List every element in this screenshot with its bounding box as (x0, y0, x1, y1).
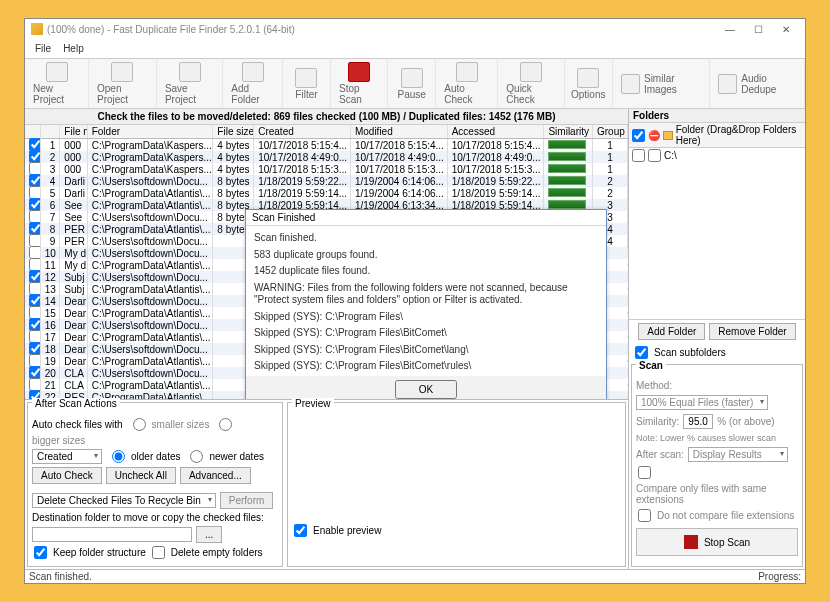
add-folder-side-button[interactable]: Add Folder (638, 323, 705, 340)
browse-button[interactable]: ... (196, 526, 222, 543)
status-left: Scan finished. (29, 571, 92, 582)
table-row[interactable]: 2000C:\ProgramData\Kaspers...4 bytes10/1… (25, 151, 628, 163)
compare-ext-checkbox[interactable] (638, 466, 651, 479)
preview-legend: Preview (292, 398, 334, 409)
remove-folder-button[interactable]: Remove Folder (709, 323, 795, 340)
similar-images-icon (621, 74, 640, 94)
app-window: (100% done) - Fast Duplicate File Finder… (24, 18, 806, 584)
stop-icon (348, 62, 370, 82)
scan-legend: Scan (636, 360, 666, 371)
advanced-button[interactable]: Advanced... (180, 467, 251, 484)
save-project-button[interactable]: Save Project (157, 59, 223, 108)
options-button[interactable]: Options (565, 59, 613, 108)
titlebar: (100% done) - Fast Duplicate File Finder… (25, 19, 805, 39)
delete-action-combo[interactable]: Delete Checked Files To Recycle Bin (32, 493, 216, 508)
table-row[interactable]: 3000C:\ProgramData\Kaspers...4 bytes10/1… (25, 163, 628, 175)
similar-images-button[interactable]: Similar Images (613, 59, 710, 108)
table-row[interactable]: 1000C:\ProgramData\Kaspers...4 bytes10/1… (25, 139, 628, 151)
destination-input[interactable] (32, 527, 192, 542)
audio-dedupe-button[interactable]: Audio Dedupe (710, 59, 805, 108)
dialog-body: Scan finished.583 duplicate groups found… (246, 226, 606, 376)
statusbar: Scan finished. Progress: (25, 569, 805, 583)
date-type-combo[interactable]: Created (32, 449, 102, 464)
auto-check-action-button[interactable]: Auto Check (32, 467, 102, 484)
open-project-button[interactable]: Open Project (89, 59, 157, 108)
minimize-button[interactable]: — (717, 21, 743, 37)
audio-dedupe-icon (718, 74, 737, 94)
new-project-icon (46, 62, 68, 82)
add-folder-icon (242, 62, 264, 82)
bigger-sizes-radio[interactable] (219, 418, 232, 431)
toolbar: New Project Open Project Save Project Ad… (25, 59, 805, 109)
col-similarity[interactable]: Similarity (544, 125, 593, 138)
close-button[interactable]: ✕ (773, 21, 799, 37)
menu-file[interactable]: File (29, 41, 57, 56)
grid-header: File name Folder File size Created Modif… (25, 125, 628, 139)
pause-icon (401, 68, 423, 88)
folder-row-exclude[interactable] (648, 149, 661, 162)
filter-button[interactable]: Filter (283, 59, 331, 108)
enable-preview-checkbox[interactable] (294, 524, 307, 537)
dialog-title: Scan Finished (246, 210, 606, 226)
app-icon (31, 23, 43, 35)
save-project-icon (179, 62, 201, 82)
folder-icon (663, 131, 673, 140)
stop-scan-button[interactable]: Stop Scan (331, 59, 388, 108)
maximize-button[interactable]: ☐ (745, 21, 771, 37)
table-row[interactable]: 4DarliC:\Users\softdown\Docu...8 bytes1/… (25, 175, 628, 187)
scan-panel: Scan Method:100% Equal Files (faster) Si… (631, 364, 803, 567)
after-scan-combo[interactable]: Display Results (688, 447, 788, 462)
perform-button[interactable]: Perform (220, 492, 274, 509)
open-project-icon (111, 62, 133, 82)
dialog-ok-button[interactable]: OK (395, 380, 457, 399)
col-group[interactable]: Group (593, 125, 628, 138)
add-folder-button[interactable]: Add Folder (223, 59, 283, 108)
after-scan-legend: After Scan Actions (32, 398, 120, 409)
stop-icon (684, 535, 698, 549)
folders-header: Folders (629, 109, 805, 123)
col-accessed[interactable]: Accessed (448, 125, 545, 138)
new-project-button[interactable]: New Project (25, 59, 89, 108)
delete-empty-checkbox[interactable] (152, 546, 165, 559)
after-scan-panel: After Scan Actions Auto check files with… (27, 402, 283, 567)
stop-scan-big-button[interactable]: Stop Scan (636, 528, 798, 556)
menubar: File Help (25, 39, 805, 59)
folder-row-check[interactable] (632, 149, 645, 162)
method-combo[interactable]: 100% Equal Files (faster) (636, 395, 768, 410)
window-title: (100% done) - Fast Duplicate File Finder… (47, 24, 715, 35)
col-modified[interactable]: Modified (351, 125, 448, 138)
uncheck-all-button[interactable]: Uncheck All (106, 467, 176, 484)
folders-grid: ⛔ Folder (Drag&Drop Folders Here) C:\ (629, 123, 805, 320)
col-size[interactable]: File size (213, 125, 254, 138)
preview-panel: Preview Enable preview (287, 402, 626, 567)
col-filename[interactable]: File name (60, 125, 87, 138)
auto-check-button[interactable]: Auto Check (436, 59, 498, 108)
options-icon (577, 68, 599, 88)
newer-dates-radio[interactable] (190, 450, 203, 463)
menu-help[interactable]: Help (57, 41, 90, 56)
smaller-sizes-radio[interactable] (133, 418, 146, 431)
pause-button[interactable]: Pause (388, 59, 436, 108)
quick-check-button[interactable]: Quick Check (498, 59, 564, 108)
scan-subfolders-checkbox[interactable] (635, 346, 648, 359)
keep-structure-checkbox[interactable] (34, 546, 47, 559)
filter-icon (295, 68, 317, 88)
table-row[interactable]: 5DarliC:\ProgramData\Atlantis\...8 bytes… (25, 187, 628, 199)
autocheck-icon (456, 62, 478, 82)
similarity-input[interactable]: 95.0 (683, 414, 713, 429)
col-created[interactable]: Created (254, 125, 351, 138)
scan-finished-dialog: Scan Finished Scan finished.583 duplicat… (245, 209, 607, 399)
col-folder[interactable]: Folder (88, 125, 214, 138)
no-compare-ext-checkbox[interactable] (638, 509, 651, 522)
summary-band: Check the files to be moved/deleted: 869… (25, 109, 628, 125)
folder-row[interactable]: C:\ (629, 148, 805, 163)
folder-col-check[interactable] (632, 129, 645, 142)
exclude-icon: ⛔ (648, 130, 660, 141)
status-right: Progress: (758, 571, 801, 582)
quickcheck-icon (520, 62, 542, 82)
older-dates-radio[interactable] (112, 450, 125, 463)
results-grid: File name Folder File size Created Modif… (25, 125, 628, 399)
